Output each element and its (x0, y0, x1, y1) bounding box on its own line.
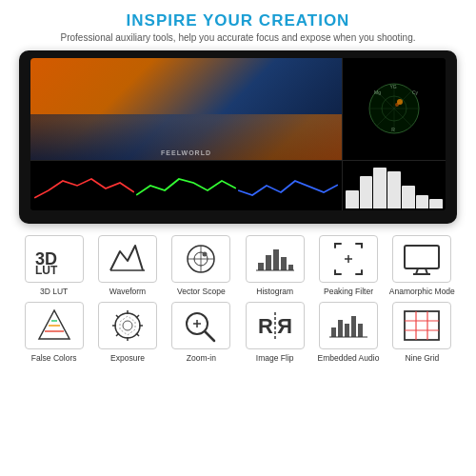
svg-point-45 (123, 321, 132, 330)
green-channel (136, 171, 236, 200)
feature-false-colors: False Colors (19, 302, 89, 363)
svg-line-41 (116, 315, 119, 318)
svg-rect-22 (273, 249, 279, 270)
nine-grid-icon-box (392, 302, 451, 349)
svg-rect-23 (281, 257, 287, 270)
exposure-label: Exposure (110, 353, 145, 363)
svg-point-11 (395, 103, 399, 107)
svg-text:R: R (277, 314, 292, 338)
image-flip-icon-box: R R (246, 302, 305, 349)
3d-lut-icon-box: 3D LUT (25, 235, 84, 283)
3d-lut-label: 3D LUT (40, 287, 68, 296)
svg-rect-21 (266, 255, 271, 270)
monitor-screen: FEELWORLD YG Cy Mg (30, 58, 446, 210)
svg-line-47 (205, 331, 214, 341)
svg-rect-53 (331, 327, 336, 337)
rgb-waveform (30, 160, 342, 210)
embedded-audio-icon-box (319, 302, 378, 349)
svg-rect-57 (358, 324, 363, 337)
feature-waveform: Waveform (92, 235, 162, 296)
svg-rect-54 (338, 320, 343, 337)
zoom-in-label: Zoom-in (187, 353, 216, 363)
feature-vector-scope: Vector Scope (167, 235, 236, 296)
page: INSPIRE YOUR CREATION Professional auxil… (0, 0, 476, 476)
page-title: INSPIRE YOUR CREATION (60, 11, 415, 30)
feature-histogram: Histogram (240, 235, 309, 296)
svg-text:Mg: Mg (374, 89, 381, 95)
page-subtitle: Professional auxiliary tools, help you a… (60, 32, 415, 43)
feature-embedded-audio: Embedded Audio (313, 302, 383, 363)
svg-text:YG: YG (389, 84, 396, 89)
histogram-icon-box (246, 235, 305, 283)
svg-line-42 (136, 333, 139, 336)
red-channel (34, 171, 134, 200)
svg-point-19 (203, 252, 208, 257)
feature-image-flip: R R Image Flip (240, 302, 309, 363)
feature-anamorphic-mode: Anamorphic Mode (387, 235, 457, 296)
main-image: FEELWORLD (30, 58, 342, 160)
anamorphic-mode-icon-box (392, 235, 451, 283)
svg-text:LUT: LUT (35, 264, 58, 277)
svg-text:R: R (391, 127, 395, 132)
nine-grid-label: Nine Grid (405, 353, 439, 363)
feature-3d-lut: 3D LUT 3D LUT (19, 235, 89, 296)
svg-rect-20 (258, 263, 264, 270)
vector-scope-icon-box (171, 235, 230, 283)
svg-rect-56 (351, 316, 356, 337)
feature-exposure: Exposure (92, 302, 162, 363)
histogram-display (342, 160, 446, 210)
blue-channel (238, 171, 338, 200)
svg-text:Cy: Cy (412, 89, 419, 95)
svg-marker-32 (39, 310, 69, 339)
vectorscope-display: YG Cy Mg R (342, 58, 446, 160)
peaking-filter-icon-box (319, 235, 378, 283)
svg-line-43 (136, 315, 139, 318)
image-flip-label: Image Flip (256, 353, 294, 363)
histogram-label: Histogram (256, 287, 293, 296)
features-grid: 3D LUT 3D LUT Waveform (19, 235, 457, 363)
peaking-filter-label: Peaking Filter (324, 287, 373, 296)
svg-line-44 (116, 333, 119, 336)
feature-nine-grid: Nine Grid (387, 302, 457, 363)
waveform-icon-box (98, 235, 157, 283)
brand-label: FEELWORLD (161, 149, 211, 156)
waveform-label: Waveform (109, 287, 146, 296)
feature-peaking-filter: Peaking Filter (313, 235, 383, 296)
svg-rect-55 (345, 324, 349, 337)
header: INSPIRE YOUR CREATION Professional auxil… (60, 11, 415, 43)
svg-rect-24 (288, 265, 293, 270)
zoom-in-icon-box (171, 302, 230, 349)
svg-text:R: R (258, 314, 273, 338)
exposure-icon-box (98, 302, 157, 349)
monitor: FEELWORLD YG Cy Mg (19, 50, 457, 224)
false-colors-label: False Colors (31, 353, 77, 363)
anamorphic-mode-label: Anamorphic Mode (389, 287, 455, 296)
embedded-audio-label: Embedded Audio (318, 353, 380, 363)
vector-scope-label: Vector Scope (177, 287, 226, 296)
svg-rect-28 (405, 246, 439, 268)
false-colors-icon-box (25, 302, 84, 349)
feature-zoom-in: Zoom-in (167, 302, 236, 363)
svg-rect-59 (405, 311, 439, 340)
